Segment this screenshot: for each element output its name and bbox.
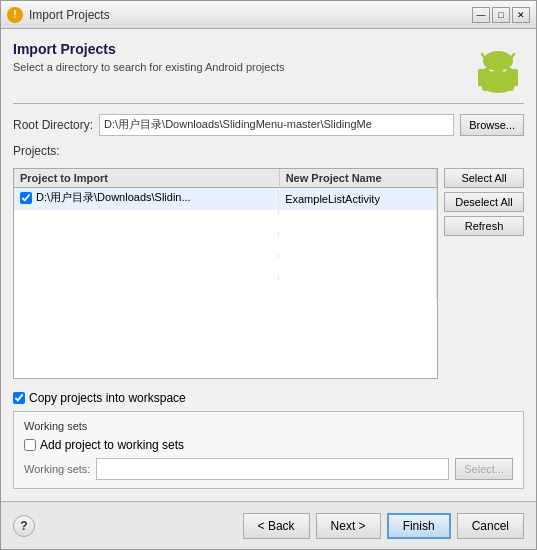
title-bar: ! Import Projects — □ ✕ [1, 1, 536, 29]
new-project-name-cell: ExampleListActivity [279, 188, 436, 210]
svg-rect-9 [507, 83, 514, 91]
maximize-button[interactable]: □ [492, 7, 510, 23]
new-project-name-cell [279, 210, 436, 232]
dialog-footer: ? < Back Next > Finish Cancel [1, 501, 536, 549]
header-separator [13, 103, 524, 104]
add-to-working-sets-row: Add project to working sets [24, 438, 513, 452]
table-row: D:\用户目录\Downloads\Slidin...ExampleListAc… [14, 188, 437, 210]
projects-table: Project to Import New Project Name D:\用户… [14, 169, 437, 298]
header-text: Import Projects Select a directory to se… [13, 41, 284, 73]
android-logo [472, 41, 524, 93]
table-row [14, 254, 437, 276]
working-sets-group: Working sets Add project to working sets… [13, 411, 524, 489]
add-to-working-sets-label: Add project to working sets [40, 438, 184, 452]
project-to-import-cell [14, 210, 279, 214]
project-to-import-cell [14, 276, 279, 280]
table-row [14, 232, 437, 254]
next-button[interactable]: Next > [316, 513, 381, 539]
new-project-name-cell [279, 276, 436, 298]
bottom-section: Copy projects into workspace Working set… [13, 387, 524, 489]
new-project-name-cell [279, 232, 436, 254]
copy-projects-checkbox[interactable] [13, 392, 25, 404]
copy-projects-row: Copy projects into workspace [13, 391, 524, 405]
working-sets-input-row: Working sets: Select... [24, 458, 513, 480]
project-to-import-cell [14, 254, 279, 258]
close-button[interactable]: ✕ [512, 7, 530, 23]
col-new-project-name: New Project Name [279, 169, 436, 188]
project-action-buttons: Select All Deselect All Refresh [444, 168, 524, 379]
import-projects-dialog: ! Import Projects — □ ✕ Import Projects … [0, 0, 537, 550]
select-all-button[interactable]: Select All [444, 168, 524, 188]
minimize-button[interactable]: — [472, 7, 490, 23]
svg-point-6 [483, 51, 513, 71]
root-directory-row: Root Directory: D:\用户目录\Downloads\Slidin… [13, 114, 524, 136]
projects-area: Project to Import New Project Name D:\用户… [13, 168, 524, 379]
cancel-button[interactable]: Cancel [457, 513, 524, 539]
working-sets-title: Working sets [24, 420, 513, 432]
project-path: D:\用户目录\Downloads\Slidin... [36, 190, 191, 205]
new-project-name-cell [279, 254, 436, 276]
dialog-subtitle: Select a directory to search for existin… [13, 61, 284, 73]
browse-button[interactable]: Browse... [460, 114, 524, 136]
footer-right: < Back Next > Finish Cancel [243, 513, 524, 539]
table-row [14, 276, 437, 298]
dialog-content: Import Projects Select a directory to se… [1, 29, 536, 501]
window-title: Import Projects [29, 8, 110, 22]
projects-label: Projects: [13, 144, 524, 158]
window-controls: — □ ✕ [472, 7, 530, 23]
footer-left: ? [13, 515, 35, 537]
working-sets-select-button[interactable]: Select... [455, 458, 513, 480]
col-project-to-import: Project to Import [14, 169, 279, 188]
copy-projects-label: Copy projects into workspace [29, 391, 186, 405]
back-button[interactable]: < Back [243, 513, 310, 539]
row-checkbox[interactable] [20, 192, 32, 204]
table-row [14, 210, 437, 232]
deselect-all-button[interactable]: Deselect All [444, 192, 524, 212]
finish-button[interactable]: Finish [387, 513, 451, 539]
working-sets-input[interactable] [96, 458, 449, 480]
projects-table-wrapper: Project to Import New Project Name D:\用户… [13, 168, 438, 379]
title-bar-left: ! Import Projects [7, 7, 110, 23]
root-dir-label: Root Directory: [13, 118, 93, 132]
add-to-working-sets-checkbox[interactable] [24, 439, 36, 451]
dialog-title: Import Projects [13, 41, 284, 57]
svg-rect-8 [482, 83, 489, 91]
header-area: Import Projects Select a directory to se… [13, 41, 524, 93]
root-dir-value: D:\用户目录\Downloads\SlidingMenu-master\Sli… [99, 114, 454, 136]
working-sets-label: Working sets: [24, 463, 90, 475]
refresh-button[interactable]: Refresh [444, 216, 524, 236]
project-to-import-cell [14, 232, 279, 236]
help-button[interactable]: ? [13, 515, 35, 537]
window-icon: ! [7, 7, 23, 23]
project-to-import-cell: D:\用户目录\Downloads\Slidin... [14, 188, 279, 207]
table-header-row: Project to Import New Project Name [14, 169, 437, 188]
